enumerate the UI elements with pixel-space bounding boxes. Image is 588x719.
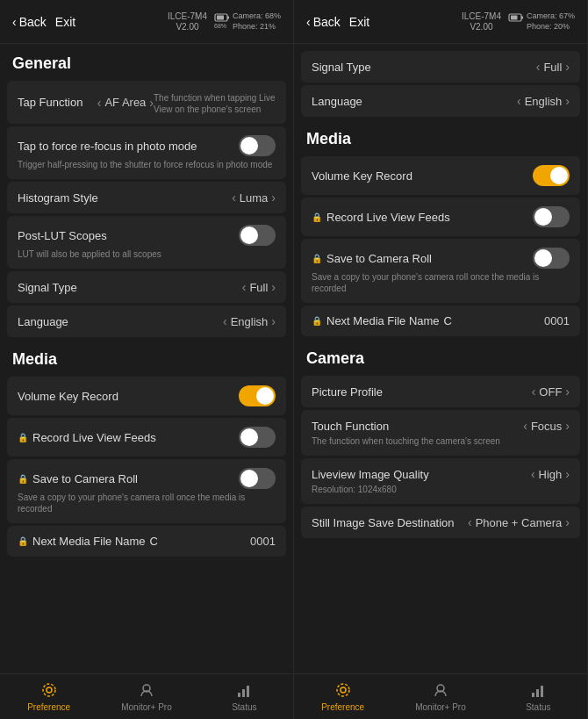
right-nav-preference[interactable]: Preference <box>294 674 391 719</box>
still-image-dest-label: Still Image Save Destination <box>312 516 455 529</box>
left-save-camera-toggle[interactable] <box>239 468 276 489</box>
tap-function-row[interactable]: Tap Function ‹ AF Area › The function wh… <box>7 81 286 124</box>
right-language-row[interactable]: Language ‹ English › <box>301 85 580 117</box>
right-save-camera-row[interactable]: 🔒 Save to Camera Roll Save a copy to you… <box>301 239 580 303</box>
right-content: Signal Type ‹ Full › Language ‹ English … <box>294 44 587 673</box>
left-next-media-label: 🔒 Next Media File Name C <box>18 535 158 548</box>
post-lut-toggle[interactable] <box>239 225 276 246</box>
left-record-live-label: 🔒 Record Live View Feeds <box>18 431 156 444</box>
tap-refocus-toggle[interactable] <box>239 135 276 156</box>
right-header: ‹ Back Exit ILCE-7M4 V2.00 <box>294 0 587 44</box>
right-back-button[interactable]: ‹ Back <box>306 15 341 29</box>
right-next-media-label: 🔒 Next Media File Name C <box>312 314 452 327</box>
touch-function-sub: The function when touching the camera's … <box>312 435 500 447</box>
liveview-quality-chevron-left: ‹ <box>531 467 535 481</box>
svg-point-6 <box>43 684 55 696</box>
histogram-chevron-right: › <box>271 191 276 205</box>
left-save-camera-sub: Save a copy to your phone's camera roll … <box>18 492 276 514</box>
left-save-camera-lock: 🔒 <box>18 474 28 484</box>
left-signal-type-value: ‹ Full › <box>242 280 276 294</box>
picture-profile-chevron-left: ‹ <box>532 385 536 399</box>
post-lut-row[interactable]: Post-LUT Scopes LUT will also be applied… <box>7 216 286 269</box>
touch-function-chevron-right: › <box>565 419 570 433</box>
left-header: ‹ Back Exit ILCE-7M4 V2.00 68% 68 <box>0 0 293 44</box>
left-general-title: General <box>0 44 293 78</box>
right-status-icon <box>530 682 546 701</box>
right-exit-label: Exit <box>349 15 369 29</box>
left-signal-type-row[interactable]: Signal Type ‹ Full › <box>7 271 286 303</box>
left-nav-monitor-label: Monitor+ Pro <box>121 702 172 712</box>
right-language-label: Language <box>312 95 362 108</box>
left-battery-text: Camera: 68% Phone: 21% <box>233 11 281 32</box>
still-image-dest-row[interactable]: Still Image Save Destination ‹ Phone + C… <box>301 507 580 538</box>
left-back-label: Back <box>19 15 47 29</box>
left-language-label: Language <box>18 315 68 328</box>
left-exit-button[interactable]: Exit <box>55 15 75 29</box>
left-record-live-row[interactable]: 🔒 Record Live View Feeds <box>7 418 286 457</box>
right-volume-key-toggle[interactable] <box>533 165 570 186</box>
right-battery-info: Camera: 67% Phone: 20% <box>508 11 575 32</box>
left-battery-info: 68% 68% Camera: 68% Phone: 21% <box>214 11 281 32</box>
left-nav-preference[interactable]: Preference <box>0 674 97 719</box>
left-signal-type-label: Signal Type <box>18 281 77 294</box>
right-monitor-icon <box>433 682 448 701</box>
right-signal-type-row[interactable]: Signal Type ‹ Full › <box>301 51 580 83</box>
touch-function-chevron-left: ‹ <box>523 419 527 433</box>
right-nav-monitor-label: Monitor+ Pro <box>415 702 466 712</box>
svg-rect-9 <box>242 689 245 697</box>
right-record-live-toggle[interactable] <box>533 206 570 227</box>
still-image-dest-chevron-right: › <box>565 515 570 529</box>
left-nav-status[interactable]: Status <box>196 674 293 719</box>
tap-refocus-row[interactable]: Tap to force re-focus in photo mode Trig… <box>7 126 286 179</box>
svg-rect-2 <box>227 16 229 18</box>
left-battery-icon: 68% 68% <box>214 11 230 32</box>
right-battery-text: Camera: 67% Phone: 20% <box>527 11 575 32</box>
right-volume-key-label: Volume Key Record <box>312 169 412 183</box>
right-record-live-row[interactable]: 🔒 Record Live View Feeds <box>301 198 580 236</box>
right-pref-icon <box>335 682 351 701</box>
picture-profile-label: Picture Profile <box>312 385 383 399</box>
right-next-media-value: 0001 <box>544 314 570 327</box>
svg-text:68%: 68% <box>214 23 226 29</box>
svg-rect-19 <box>541 686 543 697</box>
left-monitor-icon <box>139 682 154 701</box>
right-record-live-label: 🔒 Record Live View Feeds <box>312 211 450 224</box>
right-nav-monitor[interactable]: Monitor+ Pro <box>391 674 489 719</box>
svg-rect-12 <box>511 15 518 19</box>
liveview-quality-row[interactable]: Liveview Image Quality ‹ High › Resoluti… <box>301 458 580 504</box>
left-next-media-row[interactable]: 🔒 Next Media File Name C 0001 <box>7 526 286 557</box>
still-image-dest-value: ‹ Phone + Camera › <box>468 515 570 529</box>
histogram-row[interactable]: Histogram Style ‹ Luma › <box>7 182 286 213</box>
left-exit-label: Exit <box>55 15 75 29</box>
right-panel: ‹ Back Exit ILCE-7M4 V2.00 <box>294 0 588 719</box>
left-language-row[interactable]: Language ‹ English › <box>7 306 286 337</box>
left-record-live-toggle[interactable] <box>239 427 276 448</box>
right-volume-key-row[interactable]: Volume Key Record <box>301 156 580 195</box>
left-save-camera-label: 🔒 Save to Camera Roll <box>18 472 138 485</box>
right-next-media-row[interactable]: 🔒 Next Media File Name C 0001 <box>301 306 580 336</box>
touch-function-label: Touch Function <box>312 420 389 433</box>
right-save-camera-sub: Save a copy to your phone's camera roll … <box>312 271 570 294</box>
right-nav-status[interactable]: Status <box>490 674 587 719</box>
left-save-camera-row[interactable]: 🔒 Save to Camera Roll Save a copy to you… <box>7 459 286 523</box>
picture-profile-row[interactable]: Picture Profile ‹ OFF › <box>301 376 580 407</box>
left-back-button[interactable]: ‹ Back <box>12 15 47 29</box>
right-exit-button[interactable]: Exit <box>349 15 369 29</box>
left-pref-icon <box>41 682 57 701</box>
touch-function-row[interactable]: Touch Function ‹ Focus › The function wh… <box>301 410 580 456</box>
right-save-camera-toggle[interactable] <box>533 248 570 269</box>
left-panel: ‹ Back Exit ILCE-7M4 V2.00 68% 68 <box>0 0 294 719</box>
left-volume-key-row[interactable]: Volume Key Record <box>7 377 286 415</box>
right-nav-status-label: Status <box>526 702 550 712</box>
right-nav-preference-label: Preference <box>321 702 364 712</box>
touch-function-value: ‹ Focus › <box>523 419 570 433</box>
svg-rect-17 <box>532 693 534 697</box>
left-volume-key-toggle[interactable] <box>239 385 276 406</box>
tap-function-value: ‹ AF Area › <box>97 96 154 110</box>
right-camera-title: Camera <box>294 339 587 373</box>
picture-profile-chevron-right: › <box>565 385 570 399</box>
left-nav-monitor[interactable]: Monitor+ Pro <box>97 674 195 719</box>
left-media-title: Media <box>0 340 293 374</box>
right-next-media-lock: 🔒 <box>312 316 322 326</box>
svg-rect-10 <box>247 686 249 697</box>
